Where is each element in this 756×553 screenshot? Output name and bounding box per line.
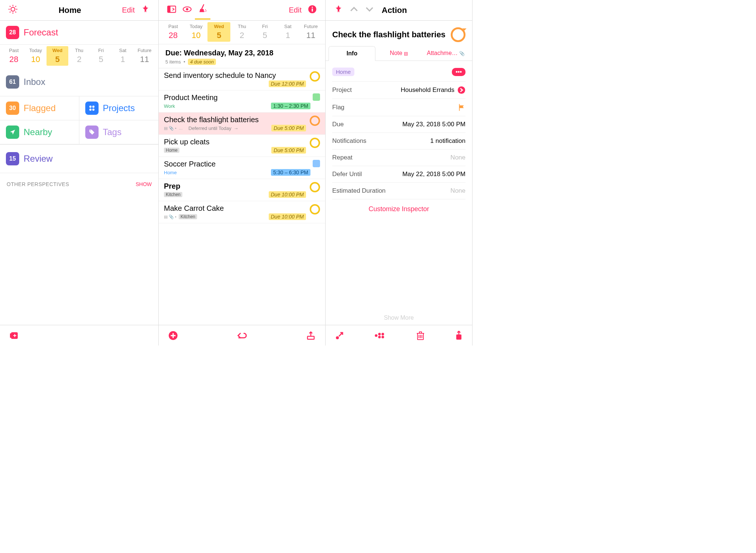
forecast-pane: Edit Past28Today10Wed5Thu2Fri5Sat1Future… (159, 0, 326, 346)
task-row[interactable]: Product MeetingWork1:30 – 2:30 PM (159, 90, 325, 113)
day-wed[interactable]: Wed5 (207, 22, 230, 42)
project-arrow-icon[interactable] (457, 86, 465, 94)
flag-row[interactable]: Flag (332, 99, 465, 116)
svg-point-30 (375, 334, 378, 337)
day-past[interactable]: Past28 (162, 22, 185, 42)
day-thu[interactable]: Thu2 (230, 22, 253, 42)
task-title: Soccer Practice (164, 160, 310, 168)
perspective-review[interactable]: 15 Review (0, 145, 158, 173)
due-header: Due: Wednesday, May 23, 2018 5 items • 4… (159, 44, 325, 68)
next-item-icon[interactable] (362, 2, 377, 18)
day-thu[interactable]: Thu2 (68, 46, 90, 66)
due-badge: 1:30 – 2:30 PM (271, 103, 310, 109)
task-row[interactable]: Send inventory schedule to NancyDue 12:0… (159, 68, 325, 90)
task-title: Send inventory schedule to Nancy (164, 71, 306, 80)
undo-icon[interactable] (233, 329, 251, 342)
duration-row[interactable]: Estimated Duration None (332, 183, 465, 199)
tab-note[interactable]: Note▤ (375, 46, 422, 61)
convert-icon[interactable] (371, 330, 389, 341)
day-today[interactable]: Today10 (25, 46, 47, 66)
other-perspectives-label: OTHER PERSPECTIVES (7, 181, 69, 187)
sidebar-toggle-icon[interactable] (164, 2, 179, 18)
defer-row[interactable]: Defer Until May 22, 2018 5:00 PM (332, 166, 465, 183)
delete-icon[interactable] (413, 329, 428, 342)
day-sat[interactable]: Sat1 (276, 22, 299, 42)
day-future[interactable]: Future11 (299, 22, 322, 42)
go-to-project-icon[interactable] (331, 329, 348, 342)
status-circle[interactable] (310, 116, 320, 126)
task-title: Product Meeting (164, 93, 310, 102)
notifications-row[interactable]: Notifications 1 notification (332, 133, 465, 150)
home-bottom-bar (0, 325, 158, 346)
project-row[interactable]: Project Household Errands (332, 82, 465, 99)
due-header-title: Due: Wednesday, May 23, 2018 (165, 49, 319, 57)
pin-icon[interactable] (331, 2, 346, 18)
day-today[interactable]: Today10 (185, 22, 207, 42)
perspective-tags[interactable]: Tags (79, 120, 159, 144)
svg-line-6 (16, 12, 16, 13)
due-badge: Due 12:00 PM (269, 80, 306, 87)
day-wed[interactable]: Wed5 (47, 46, 68, 66)
perspective-nearby[interactable]: Nearby (0, 120, 79, 144)
repeat-row[interactable]: Repeat None (332, 150, 465, 166)
perspective-inbox[interactable]: 61 Inbox (0, 68, 158, 96)
prev-item-icon[interactable] (346, 2, 362, 18)
cleanup-icon[interactable] (195, 1, 210, 20)
day-fri[interactable]: Fri5 (90, 46, 112, 66)
add-task-icon[interactable] (165, 329, 182, 343)
status-circle[interactable] (310, 138, 320, 148)
day-future[interactable]: Future11 (134, 46, 155, 66)
svg-point-24 (312, 7, 313, 8)
customize-inspector-button[interactable]: Customize Inspector (332, 199, 465, 219)
projects-label: Projects (103, 103, 135, 113)
tab-info[interactable]: Info (329, 46, 375, 61)
status-circle[interactable] (310, 204, 320, 214)
forecast-icon: 28 (6, 26, 19, 39)
task-row[interactable]: PrepKitchen Due 10:00 PM (159, 179, 325, 201)
pin-icon[interactable] (138, 2, 153, 18)
inspector-pane: Action Check the flashlight batteries In… (326, 0, 472, 346)
svg-point-13 (90, 130, 91, 131)
forecast-bottom-bar (159, 325, 325, 346)
svg-point-9 (89, 106, 92, 108)
task-row[interactable]: Make Carrot Cake▤ 📎 • Kitchen Due 10:00 … (159, 201, 325, 223)
perspective-forecast[interactable]: 28 Forecast (0, 21, 158, 45)
export-icon[interactable] (451, 329, 466, 343)
day-sat[interactable]: Sat1 (112, 46, 134, 66)
perspective-flagged[interactable]: 30 Flagged (0, 96, 79, 120)
eye-icon[interactable] (179, 2, 195, 18)
day-fri[interactable]: Fri5 (254, 22, 276, 42)
share-icon[interactable] (302, 329, 319, 342)
more-tags-icon[interactable]: ••• (452, 68, 465, 76)
show-more-button[interactable]: Show More (326, 311, 472, 325)
day-past[interactable]: Past28 (3, 46, 25, 66)
settings-icon[interactable] (5, 2, 21, 18)
calendar-icon (313, 160, 320, 167)
edit-button[interactable]: Edit (286, 4, 305, 17)
due-row[interactable]: Due May 23, 2018 5:00 PM (332, 116, 465, 133)
task-row[interactable]: Soccer PracticeHome5:30 – 6:30 PM (159, 157, 325, 179)
tags-row[interactable]: Home ••• (332, 65, 465, 82)
perspective-projects[interactable]: Projects (79, 96, 159, 120)
due-badge: Due 10:00 PM (269, 191, 306, 198)
task-row[interactable]: Check the flashlight batteries▤ 📎 • … De… (159, 113, 325, 135)
task-context: Home (164, 170, 177, 175)
note-attachment-icons: ▤ 📎 • (164, 214, 176, 219)
tag-chip-home[interactable]: Home (332, 68, 354, 76)
svg-point-34 (382, 336, 384, 338)
svg-point-22 (205, 11, 205, 11)
info-icon[interactable] (305, 2, 320, 18)
task-title: Make Carrot Cake (164, 204, 306, 213)
svg-line-7 (10, 12, 10, 13)
task-row[interactable]: Pick up cleatsHome Due 5:00 PM (159, 135, 325, 157)
new-perspective-icon[interactable] (6, 329, 22, 342)
show-button[interactable]: SHOW (135, 181, 152, 187)
status-circle[interactable] (310, 182, 320, 192)
tab-attachments[interactable]: Attachme…📎 (422, 46, 469, 61)
status-circle[interactable] (310, 71, 320, 82)
svg-line-5 (10, 6, 10, 7)
edit-button[interactable]: Edit (119, 4, 138, 17)
flag-icon[interactable] (457, 103, 465, 111)
status-circle[interactable] (451, 27, 465, 42)
forecast-days-strip: Past28Today10Wed5Thu2Fri5Sat1Future11 (159, 21, 325, 44)
